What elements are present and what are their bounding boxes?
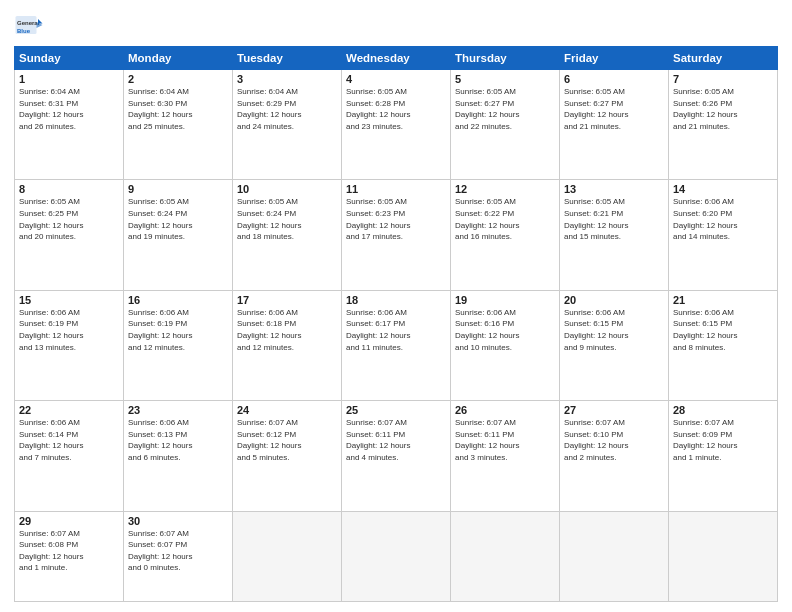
- day-info: Sunrise: 6:06 AM Sunset: 6:15 PM Dayligh…: [673, 307, 773, 353]
- calendar-cell: [669, 511, 778, 601]
- day-info: Sunrise: 6:07 AM Sunset: 6:10 PM Dayligh…: [564, 417, 664, 463]
- calendar-cell: 24Sunrise: 6:07 AM Sunset: 6:12 PM Dayli…: [233, 401, 342, 511]
- weekday-header: Tuesday: [233, 47, 342, 70]
- day-info: Sunrise: 6:05 AM Sunset: 6:22 PM Dayligh…: [455, 196, 555, 242]
- calendar-cell: 10Sunrise: 6:05 AM Sunset: 6:24 PM Dayli…: [233, 180, 342, 290]
- weekday-header: Friday: [560, 47, 669, 70]
- day-number: 6: [564, 73, 664, 85]
- day-number: 9: [128, 183, 228, 195]
- calendar-cell: 23Sunrise: 6:06 AM Sunset: 6:13 PM Dayli…: [124, 401, 233, 511]
- calendar-cell: 18Sunrise: 6:06 AM Sunset: 6:17 PM Dayli…: [342, 290, 451, 400]
- day-number: 10: [237, 183, 337, 195]
- calendar-cell: 22Sunrise: 6:06 AM Sunset: 6:14 PM Dayli…: [15, 401, 124, 511]
- calendar-cell: 7Sunrise: 6:05 AM Sunset: 6:26 PM Daylig…: [669, 70, 778, 180]
- day-info: Sunrise: 6:06 AM Sunset: 6:14 PM Dayligh…: [19, 417, 119, 463]
- day-number: 7: [673, 73, 773, 85]
- day-number: 22: [19, 404, 119, 416]
- day-number: 11: [346, 183, 446, 195]
- calendar-cell: 13Sunrise: 6:05 AM Sunset: 6:21 PM Dayli…: [560, 180, 669, 290]
- day-number: 17: [237, 294, 337, 306]
- day-info: Sunrise: 6:07 AM Sunset: 6:07 PM Dayligh…: [128, 528, 228, 574]
- day-number: 1: [19, 73, 119, 85]
- day-number: 3: [237, 73, 337, 85]
- day-number: 2: [128, 73, 228, 85]
- calendar-cell: [233, 511, 342, 601]
- calendar-cell: 11Sunrise: 6:05 AM Sunset: 6:23 PM Dayli…: [342, 180, 451, 290]
- day-number: 12: [455, 183, 555, 195]
- day-info: Sunrise: 6:05 AM Sunset: 6:27 PM Dayligh…: [455, 86, 555, 132]
- day-info: Sunrise: 6:05 AM Sunset: 6:26 PM Dayligh…: [673, 86, 773, 132]
- calendar-cell: 16Sunrise: 6:06 AM Sunset: 6:19 PM Dayli…: [124, 290, 233, 400]
- day-number: 15: [19, 294, 119, 306]
- calendar-cell: 29Sunrise: 6:07 AM Sunset: 6:08 PM Dayli…: [15, 511, 124, 601]
- calendar-cell: 15Sunrise: 6:06 AM Sunset: 6:19 PM Dayli…: [15, 290, 124, 400]
- day-info: Sunrise: 6:04 AM Sunset: 6:31 PM Dayligh…: [19, 86, 119, 132]
- day-number: 27: [564, 404, 664, 416]
- day-info: Sunrise: 6:04 AM Sunset: 6:30 PM Dayligh…: [128, 86, 228, 132]
- calendar-cell: 3Sunrise: 6:04 AM Sunset: 6:29 PM Daylig…: [233, 70, 342, 180]
- day-info: Sunrise: 6:05 AM Sunset: 6:27 PM Dayligh…: [564, 86, 664, 132]
- weekday-header: Monday: [124, 47, 233, 70]
- day-info: Sunrise: 6:04 AM Sunset: 6:29 PM Dayligh…: [237, 86, 337, 132]
- day-number: 28: [673, 404, 773, 416]
- svg-marker-3: [38, 19, 43, 24]
- calendar-cell: 28Sunrise: 6:07 AM Sunset: 6:09 PM Dayli…: [669, 401, 778, 511]
- calendar-cell: 30Sunrise: 6:07 AM Sunset: 6:07 PM Dayli…: [124, 511, 233, 601]
- day-number: 29: [19, 515, 119, 527]
- day-number: 18: [346, 294, 446, 306]
- day-info: Sunrise: 6:06 AM Sunset: 6:17 PM Dayligh…: [346, 307, 446, 353]
- day-info: Sunrise: 6:05 AM Sunset: 6:21 PM Dayligh…: [564, 196, 664, 242]
- day-number: 26: [455, 404, 555, 416]
- svg-text:Blue: Blue: [17, 28, 31, 34]
- day-number: 20: [564, 294, 664, 306]
- day-number: 8: [19, 183, 119, 195]
- calendar-cell: [560, 511, 669, 601]
- day-info: Sunrise: 6:06 AM Sunset: 6:20 PM Dayligh…: [673, 196, 773, 242]
- calendar-cell: 6Sunrise: 6:05 AM Sunset: 6:27 PM Daylig…: [560, 70, 669, 180]
- day-info: Sunrise: 6:07 AM Sunset: 6:11 PM Dayligh…: [455, 417, 555, 463]
- day-info: Sunrise: 6:06 AM Sunset: 6:19 PM Dayligh…: [128, 307, 228, 353]
- calendar-cell: 9Sunrise: 6:05 AM Sunset: 6:24 PM Daylig…: [124, 180, 233, 290]
- calendar-table: SundayMondayTuesdayWednesdayThursdayFrid…: [14, 46, 778, 602]
- weekday-header: Wednesday: [342, 47, 451, 70]
- day-info: Sunrise: 6:06 AM Sunset: 6:19 PM Dayligh…: [19, 307, 119, 353]
- calendar-cell: [342, 511, 451, 601]
- day-number: 5: [455, 73, 555, 85]
- calendar-cell: 26Sunrise: 6:07 AM Sunset: 6:11 PM Dayli…: [451, 401, 560, 511]
- day-number: 21: [673, 294, 773, 306]
- day-info: Sunrise: 6:07 AM Sunset: 6:11 PM Dayligh…: [346, 417, 446, 463]
- calendar-cell: 8Sunrise: 6:05 AM Sunset: 6:25 PM Daylig…: [15, 180, 124, 290]
- calendar-cell: 4Sunrise: 6:05 AM Sunset: 6:28 PM Daylig…: [342, 70, 451, 180]
- weekday-header: Thursday: [451, 47, 560, 70]
- day-info: Sunrise: 6:07 AM Sunset: 6:08 PM Dayligh…: [19, 528, 119, 574]
- logo: General Blue: [14, 10, 44, 40]
- calendar-cell: 20Sunrise: 6:06 AM Sunset: 6:15 PM Dayli…: [560, 290, 669, 400]
- day-info: Sunrise: 6:06 AM Sunset: 6:18 PM Dayligh…: [237, 307, 337, 353]
- day-info: Sunrise: 6:05 AM Sunset: 6:23 PM Dayligh…: [346, 196, 446, 242]
- logo-icon: General Blue: [14, 10, 44, 40]
- day-number: 23: [128, 404, 228, 416]
- calendar-cell: [451, 511, 560, 601]
- calendar-cell: 5Sunrise: 6:05 AM Sunset: 6:27 PM Daylig…: [451, 70, 560, 180]
- day-info: Sunrise: 6:07 AM Sunset: 6:09 PM Dayligh…: [673, 417, 773, 463]
- day-number: 25: [346, 404, 446, 416]
- day-info: Sunrise: 6:05 AM Sunset: 6:24 PM Dayligh…: [237, 196, 337, 242]
- header: General Blue: [14, 10, 778, 40]
- calendar-cell: 14Sunrise: 6:06 AM Sunset: 6:20 PM Dayli…: [669, 180, 778, 290]
- day-info: Sunrise: 6:07 AM Sunset: 6:12 PM Dayligh…: [237, 417, 337, 463]
- day-info: Sunrise: 6:05 AM Sunset: 6:24 PM Dayligh…: [128, 196, 228, 242]
- calendar-cell: 12Sunrise: 6:05 AM Sunset: 6:22 PM Dayli…: [451, 180, 560, 290]
- day-number: 24: [237, 404, 337, 416]
- calendar-cell: 25Sunrise: 6:07 AM Sunset: 6:11 PM Dayli…: [342, 401, 451, 511]
- day-number: 13: [564, 183, 664, 195]
- weekday-header: Sunday: [15, 47, 124, 70]
- day-info: Sunrise: 6:06 AM Sunset: 6:16 PM Dayligh…: [455, 307, 555, 353]
- calendar-cell: 21Sunrise: 6:06 AM Sunset: 6:15 PM Dayli…: [669, 290, 778, 400]
- page: General Blue SundayMondayTuesdayWednesda…: [0, 0, 792, 612]
- calendar-cell: 1Sunrise: 6:04 AM Sunset: 6:31 PM Daylig…: [15, 70, 124, 180]
- day-number: 4: [346, 73, 446, 85]
- day-number: 16: [128, 294, 228, 306]
- day-info: Sunrise: 6:05 AM Sunset: 6:28 PM Dayligh…: [346, 86, 446, 132]
- day-info: Sunrise: 6:06 AM Sunset: 6:13 PM Dayligh…: [128, 417, 228, 463]
- day-number: 30: [128, 515, 228, 527]
